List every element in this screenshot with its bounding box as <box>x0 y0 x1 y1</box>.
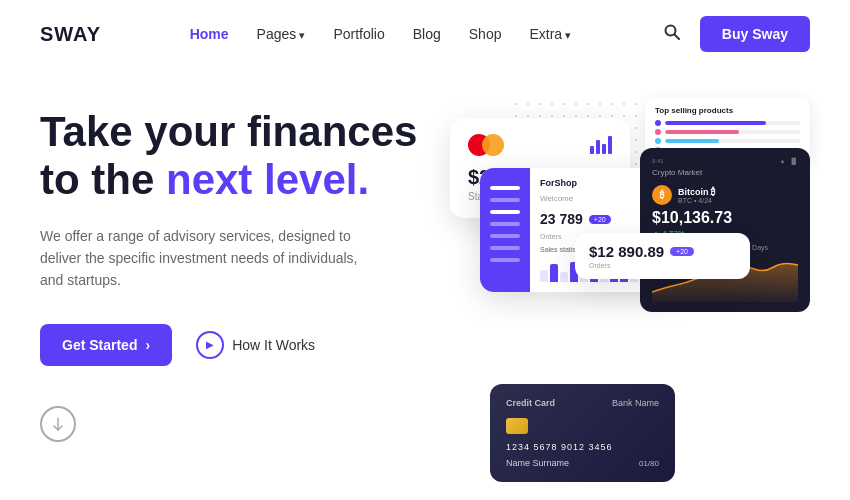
hero-title: Take your finances to the next level. <box>40 108 470 205</box>
bitcoin-icon: ₿ <box>652 185 672 205</box>
card-expiry: 01/80 <box>639 459 659 468</box>
crypto-status-bar: 9:41 ▲ ▐▌ <box>652 158 798 164</box>
arrow-icon: › <box>145 337 150 353</box>
crypto-amount: $10,136.73 <box>652 209 798 227</box>
stat-badge: +20 <box>589 215 611 224</box>
card-holder: Name Surname <box>506 458 569 468</box>
transaction-card: $12 890.89 +20 Orders <box>575 233 750 279</box>
nav-shop[interactable]: Shop <box>469 26 502 42</box>
wifi-icon: ▲ <box>780 158 786 164</box>
navbar: SWAY Home Pages Portfolio Blog Shop Extr… <box>0 0 850 68</box>
transaction-header: $12 890.89 +20 <box>589 243 736 260</box>
product-dot-3 <box>655 138 661 144</box>
svg-line-1 <box>674 35 679 40</box>
balance-card-header <box>468 134 612 156</box>
top-selling-title: Top selling products <box>655 106 800 115</box>
transaction-label: Orders <box>589 262 736 269</box>
card-number: 1234 5678 9012 3456 <box>506 442 659 452</box>
brand-logo: SWAY <box>40 23 101 46</box>
bank-name: Bank Name <box>612 398 659 408</box>
nav-portfolio[interactable]: Portfolio <box>333 26 384 42</box>
stat-number: 23 789 <box>540 211 583 227</box>
nav-right: Buy Sway <box>660 16 810 52</box>
product-row-3 <box>655 138 800 144</box>
bar-chart-icon <box>590 136 612 154</box>
transaction-badge: +20 <box>670 247 694 256</box>
buy-button[interactable]: Buy Sway <box>700 16 810 52</box>
credit-card-label: Credit Card <box>506 398 555 408</box>
battery-icon: ▐▌ <box>789 158 798 164</box>
credit-card: Credit Card Bank Name 1234 5678 9012 345… <box>490 384 675 482</box>
transaction-amount: $12 890.89 <box>589 243 664 260</box>
how-it-works-button[interactable]: ▶ How It Works <box>196 331 315 359</box>
crypto-name-row: ₿ Bitcoin ₿ BTC • 4/24 <box>652 185 798 205</box>
search-icon[interactable] <box>660 20 684 48</box>
crypto-card: 9:41 ▲ ▐▌ Crypto Market ₿ Bitcoin ₿ BTC … <box>640 148 810 312</box>
nav-blog[interactable]: Blog <box>413 26 441 42</box>
credit-card-header: Credit Card Bank Name <box>506 398 659 408</box>
product-dot-1 <box>655 120 661 126</box>
hero-content: Take your finances to the next level. We… <box>40 88 470 500</box>
nav-links: Home Pages Portfolio Blog Shop Extra <box>190 25 572 43</box>
hero-visuals: $2 617.14 Standart Top selling products <box>470 88 810 500</box>
product-row-1 <box>655 120 800 126</box>
hero-buttons: Get Started › ▶ How It Works <box>40 324 470 366</box>
product-dot-2 <box>655 129 661 135</box>
nav-home[interactable]: Home <box>190 26 229 42</box>
nav-pages[interactable]: Pages <box>257 26 306 42</box>
hero-section: Take your finances to the next level. We… <box>0 68 850 500</box>
nav-extra[interactable]: Extra <box>529 26 571 42</box>
product-row-2 <box>655 129 800 135</box>
play-icon: ▶ <box>196 331 224 359</box>
hero-subtitle: We offer a range of advisory services, d… <box>40 225 380 292</box>
crypto-header: Crypto Market <box>652 168 798 177</box>
crypto-name: Bitcoin ₿ BTC • 4/24 <box>678 187 715 204</box>
dashboard-sidebar <box>480 168 530 292</box>
get-started-button[interactable]: Get Started › <box>40 324 172 366</box>
mastercard-icon <box>468 134 504 156</box>
scroll-down-button[interactable] <box>40 406 76 442</box>
chip-icon <box>506 418 528 434</box>
